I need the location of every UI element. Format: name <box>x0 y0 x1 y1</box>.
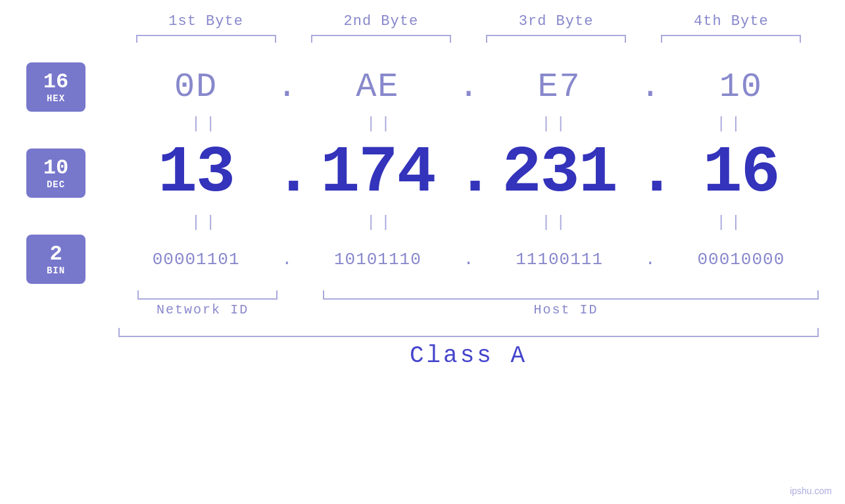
network-id-bracket <box>137 290 278 300</box>
eq1-2: || <box>293 115 468 133</box>
dec-val-3: 231 <box>502 136 617 210</box>
byte-header-2: 2nd Byte <box>293 13 468 30</box>
network-id-label: Network ID <box>157 302 249 317</box>
dec-row: 10 DEC 13 . 174 . 231 . 16 <box>26 136 819 210</box>
hex-val-3: E7 <box>537 68 581 106</box>
main-container: 1st Byte 2nd Byte 3rd Byte 4th Byte 16 H… <box>0 0 845 504</box>
top-brackets <box>26 35 819 43</box>
eq2-4: || <box>644 214 819 231</box>
hex-val-1: 0D <box>174 68 218 106</box>
bin-values-grid: 00001101 . 10101110 . 11100111 . 0001000… <box>118 250 819 269</box>
equals-row-1: || || || || <box>26 115 819 133</box>
bin-dot-1: . <box>281 250 292 269</box>
equals-row-2: || || || || <box>26 214 819 231</box>
bin-val-3: 11100111 <box>516 250 603 269</box>
byte-header-3: 3rd Byte <box>469 13 644 30</box>
eq1-1: || <box>118 115 293 133</box>
bin-row: 2 BIN 00001101 . 10101110 . 11100111 . 0… <box>26 235 819 284</box>
bin-dot-2: . <box>464 250 474 269</box>
id-labels-row: Network ID Host ID <box>118 302 819 317</box>
dec-values-grid: 13 . 174 . 231 . 16 <box>118 136 819 210</box>
dec-base-label: DEC <box>47 179 65 190</box>
bin-val-1: 00001101 <box>153 250 240 269</box>
watermark: ipshu.com <box>790 486 832 496</box>
class-label: Class A <box>118 342 819 369</box>
bin-badge: 2 BIN <box>26 235 85 284</box>
class-section: Class A <box>26 328 819 369</box>
hex-row: 16 HEX 0D . AE . E7 . 10 <box>26 62 819 112</box>
dec-base-number: 10 <box>43 156 68 179</box>
byte-header-4: 4th Byte <box>644 13 819 30</box>
bottom-brackets <box>118 290 819 300</box>
class-bracket <box>118 328 819 337</box>
byte-headers-row: 1st Byte 2nd Byte 3rd Byte 4th Byte <box>26 13 819 30</box>
hex-dot-3: . <box>640 68 660 106</box>
bottom-section: Network ID Host ID <box>26 290 819 317</box>
hex-badge: 16 HEX <box>26 62 85 112</box>
hex-dot-2: . <box>458 68 479 106</box>
bin-val-2: 10101110 <box>334 250 422 269</box>
bin-val-4: 00010000 <box>697 250 785 269</box>
bin-base-number: 2 <box>49 242 62 265</box>
dec-val-1: 13 <box>158 136 234 210</box>
dec-val-2: 174 <box>320 136 435 210</box>
hex-base-number: 16 <box>43 70 68 93</box>
bin-dot-3: . <box>645 250 656 269</box>
byte-header-1: 1st Byte <box>118 13 293 30</box>
eq2-3: || <box>469 214 644 231</box>
host-id-label: Host ID <box>534 302 598 317</box>
host-id-bracket <box>323 290 819 300</box>
hex-val-2: AE <box>356 68 399 106</box>
bin-base-label: BIN <box>47 265 65 276</box>
dec-badge: 10 DEC <box>26 149 85 198</box>
eq1-4: || <box>644 115 819 133</box>
hex-dot-1: . <box>277 68 297 106</box>
hex-base-label: HEX <box>47 93 65 104</box>
hex-values-grid: 0D . AE . E7 . 10 <box>118 68 819 106</box>
dec-val-4: 16 <box>703 136 779 210</box>
eq2-2: || <box>293 214 468 231</box>
eq2-1: || <box>118 214 293 231</box>
eq1-3: || <box>469 115 644 133</box>
hex-val-4: 10 <box>719 68 763 106</box>
